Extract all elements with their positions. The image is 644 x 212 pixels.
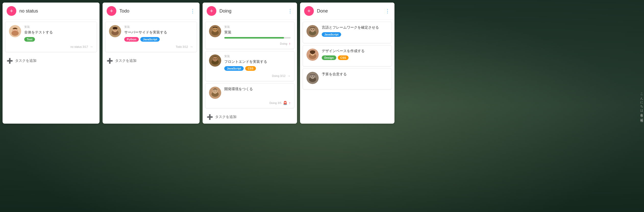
- card-status: Doing: [280, 42, 287, 45]
- card-tags: JavaScriptCSS: [224, 66, 291, 71]
- add-task-label: タスクを追加: [115, 58, 137, 63]
- svg-point-18: [213, 56, 217, 62]
- progress-fill: [224, 37, 284, 39]
- card-top-card-6: 言語とフレームワークを確定させるJavaScript: [306, 25, 388, 38]
- card-category: 実装: [224, 54, 291, 58]
- card-title: 全体をテストする: [24, 30, 93, 35]
- card-content-card-2: 実装サーバーサイドを実装するPythonJavaScript: [124, 25, 193, 43]
- add-task-label: タスクを追加: [15, 58, 36, 63]
- vertical-text: こんにちは今日も頑張ろ: [639, 91, 644, 121]
- card-tags: PythonJavaScript: [124, 37, 193, 42]
- tag[interactable]: Python: [124, 37, 139, 42]
- card-tags: DesignCSS: [322, 55, 388, 60]
- column-done: +Done⋮ 言語とフレームワークを確定させるJavaScript デザインベー…: [300, 3, 394, 124]
- svg-point-14: [214, 29, 215, 30]
- card-card-4[interactable]: 実装フロントエンドを実装するJavaScriptCSSDoing 3/12→: [205, 51, 294, 81]
- card-content-card-7: デザインベースを作成するDesignCSS: [322, 49, 388, 61]
- column-doing: +Doing⋮ 実装実装Doing↑ 実装フロントエンドを実装するJavaScr…: [203, 3, 297, 124]
- arrow-right-icon[interactable]: →: [287, 74, 291, 78]
- card-top-card-1: 実装全体をテストするTest: [9, 25, 93, 43]
- arrow-up-icon[interactable]: ↑: [289, 101, 291, 105]
- avatar: [109, 25, 121, 37]
- card-card-2[interactable]: 実装サーバーサイドを実装するPythonJavaScriptTodo 3/12→: [105, 22, 197, 52]
- avatar: [9, 25, 21, 37]
- column-body-doing: 実装実装Doing↑ 実装フロントエンドを実装するJavaScriptCSSDo…: [203, 20, 297, 124]
- avatar: [306, 25, 319, 37]
- card-card-5[interactable]: 開発環境をつくるDoing 3/5🚨↑: [205, 83, 294, 108]
- svg-point-19: [214, 58, 215, 59]
- column-todo: +Todo⋮ 実装サーバーサイドを実装するPythonJavaScriptTod…: [103, 3, 200, 124]
- card-card-6[interactable]: 言語とフレームワークを確定させるJavaScript: [303, 22, 392, 43]
- column-body-no-status: 実装全体をテストするTestno status 3/17→➕ タスクを追加: [3, 20, 100, 67]
- more-button-doing[interactable]: ⋮: [288, 8, 293, 14]
- card-tags: Test: [24, 37, 93, 42]
- card-status: no status 3/17: [70, 45, 88, 48]
- column-body-todo: 実装サーバーサイドを実装するPythonJavaScriptTodo 3/12→…: [103, 20, 200, 67]
- arrow-up-icon[interactable]: ↑: [289, 42, 291, 46]
- card-category: 実装: [224, 25, 291, 29]
- card-status: Doing 3/5: [269, 101, 281, 104]
- card-top-card-8: 予算を合意する: [306, 72, 388, 84]
- column-title-doing: Doing: [219, 8, 288, 14]
- add-card-button-no-status[interactable]: +: [7, 6, 16, 16]
- card-title: 開発環境をつくる: [224, 87, 291, 92]
- card-title: 実装: [224, 30, 291, 35]
- card-content-card-1: 実装全体をテストするTest: [24, 25, 93, 43]
- column-no-status: +no status 実装全体をテストするTestno status 3/17→…: [3, 3, 100, 124]
- add-task-label: タスクを追加: [215, 115, 237, 119]
- tag[interactable]: Design: [322, 55, 336, 60]
- add-task-no-status[interactable]: ➕ タスクを追加: [3, 54, 100, 67]
- add-task-icon: ➕: [7, 58, 13, 64]
- card-tags: JavaScript: [322, 32, 388, 37]
- column-header-todo: +Todo⋮: [103, 3, 200, 20]
- arrow-right-icon[interactable]: →: [90, 45, 93, 49]
- svg-point-25: [216, 91, 217, 91]
- card-status: Todo 3/12: [176, 45, 188, 48]
- tag[interactable]: JavaScript: [322, 32, 341, 37]
- card-title: 予算を合意する: [322, 72, 388, 77]
- add-task-icon: ➕: [107, 58, 113, 64]
- tag[interactable]: Test: [24, 37, 35, 42]
- svg-point-3: [11, 31, 19, 36]
- add-card-button-doing[interactable]: +: [207, 6, 216, 16]
- column-header-no-status: +no status: [3, 3, 100, 20]
- avatar: [209, 25, 221, 37]
- add-card-button-done[interactable]: +: [304, 6, 314, 16]
- card-card-1[interactable]: 実装全体をテストするTestno status 3/17→: [5, 22, 97, 52]
- add-task-todo[interactable]: ➕ タスクを追加: [103, 54, 200, 67]
- svg-point-29: [311, 29, 312, 30]
- card-footer: Doing↑: [209, 42, 291, 46]
- card-status: Doing 3/12: [272, 74, 286, 77]
- svg-point-30: [313, 29, 314, 30]
- card-card-3[interactable]: 実装実装Doing↑: [205, 22, 294, 49]
- more-button-done[interactable]: ⋮: [385, 8, 390, 14]
- svg-point-39: [311, 76, 312, 77]
- card-content-card-8: 予算を合意する: [322, 72, 388, 79]
- card-title: フロントエンドを実装する: [224, 59, 291, 64]
- column-title-done: Done: [317, 8, 385, 14]
- svg-point-5: [16, 29, 17, 30]
- tag[interactable]: JavaScript: [140, 37, 160, 42]
- sidebar: こんにちは今日も頑張ろ: [639, 0, 644, 212]
- card-footer: Doing 3/12→: [209, 74, 291, 78]
- avatar: [209, 54, 221, 67]
- tag[interactable]: JavaScript: [224, 66, 244, 71]
- tag[interactable]: CSS: [338, 55, 349, 60]
- column-title-no-status: no status: [19, 8, 95, 14]
- avatar: [306, 72, 319, 84]
- card-card-8[interactable]: 予算を合意する: [303, 68, 392, 89]
- svg-point-24: [214, 91, 215, 91]
- tag[interactable]: CSS: [245, 66, 256, 71]
- arrow-right-icon[interactable]: →: [190, 45, 193, 49]
- more-button-todo[interactable]: ⋮: [190, 8, 195, 14]
- svg-point-15: [216, 29, 217, 30]
- card-card-7[interactable]: デザインベースを作成するDesignCSS: [303, 45, 392, 67]
- add-task-doing[interactable]: ➕ タスクを追加: [203, 110, 297, 124]
- add-card-button-todo[interactable]: +: [107, 6, 116, 16]
- svg-point-20: [216, 58, 217, 59]
- card-top-card-3: 実装実装: [209, 25, 291, 40]
- card-category: 実装: [24, 25, 93, 29]
- card-footer: no status 3/17→: [9, 45, 93, 49]
- card-title: デザインベースを作成する: [322, 49, 388, 54]
- column-title-todo: Todo: [119, 8, 190, 14]
